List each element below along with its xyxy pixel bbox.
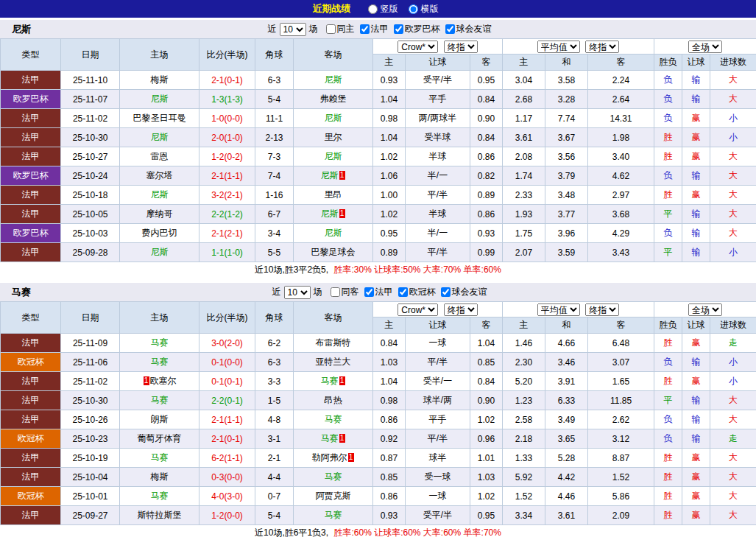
score-halftime[interactable]: 2-0(1-0)	[199, 128, 255, 147]
score-halftime[interactable]: 1-3(1-3)	[199, 90, 255, 109]
away-team-name[interactable]: 勒阿弗尔	[312, 452, 347, 463]
layout-radio-horizontal[interactable]: 横版	[409, 3, 439, 15]
asian-away-odds: 0.82	[470, 166, 503, 186]
league-checkbox[interactable]	[398, 287, 408, 297]
away-team-name[interactable]: 马赛	[321, 433, 339, 443]
home-team-name[interactable]: 欧塞尔	[150, 376, 177, 386]
col-score: 比分(半场)	[199, 39, 255, 71]
home-team-name[interactable]: 塞尔塔	[146, 170, 173, 180]
filter-league-3[interactable]: 球会友谊	[441, 286, 487, 298]
score-halftime[interactable]: 2-2(1-2)	[199, 205, 255, 224]
asian-home-odds: 0.86	[373, 410, 406, 429]
home-team-name[interactable]: 葡萄牙体育	[138, 433, 182, 443]
home-team-name[interactable]: 雷恩	[151, 151, 169, 161]
home-team-name[interactable]: 巴黎圣日耳曼	[133, 113, 186, 123]
home-team-name[interactable]: 朗斯	[151, 414, 169, 424]
league-checkbox[interactable]	[445, 24, 455, 34]
home-team-name[interactable]: 马赛	[151, 491, 169, 501]
euro-average-select[interactable]: 平均值	[537, 303, 580, 316]
score-halftime[interactable]: 0-1(0-0)	[199, 353, 255, 372]
result-winloss: 负	[654, 410, 682, 429]
home-team-name[interactable]: 尼斯	[151, 247, 169, 257]
bookmaker-select[interactable]: Crow*	[398, 41, 438, 53]
score-halftime[interactable]: 3-2(2-1)	[199, 186, 255, 205]
filter-same-venue[interactable]: 同客	[331, 286, 359, 298]
euro-average-select[interactable]: 平均值	[537, 41, 580, 53]
home-team-name[interactable]: 梅斯	[151, 471, 169, 482]
filter-league-1[interactable]: 法甲	[360, 23, 389, 35]
match-count-select[interactable]: 10	[280, 23, 306, 36]
score-halftime[interactable]: 2-1(1-1)	[199, 410, 255, 429]
home-team-name[interactable]: 马赛	[151, 452, 169, 463]
asian-odds-time-select[interactable]: 终指	[444, 41, 478, 53]
league-checkbox[interactable]	[394, 24, 403, 34]
home-team-name[interactable]: 马赛	[151, 337, 169, 348]
home-team-name[interactable]: 摩纳哥	[146, 208, 173, 219]
filter-league-1[interactable]: 法甲	[364, 286, 393, 298]
away-team-name[interactable]: 马赛	[325, 510, 342, 520]
away-team-name[interactable]: 马赛	[325, 471, 342, 482]
away-team-name[interactable]: 巴黎足球会	[311, 247, 356, 257]
away-team-name[interactable]: 尼斯	[325, 74, 342, 85]
league-checkbox[interactable]	[360, 24, 370, 34]
horizontal-radio[interactable]	[409, 4, 418, 14]
same-venue-checkbox[interactable]	[331, 287, 340, 297]
vertical-radio[interactable]	[368, 4, 378, 14]
score-halftime[interactable]: 3-0(2-0)	[199, 334, 255, 353]
away-team-name[interactable]: 尼斯	[321, 208, 339, 219]
score-halftime[interactable]: 1-2(0-2)	[199, 147, 255, 166]
score-halftime[interactable]: 0-1(0-1)	[199, 372, 255, 391]
bookmaker-select[interactable]: Crow*	[398, 303, 438, 316]
score-halftime[interactable]: 2-1(2-1)	[199, 224, 255, 243]
home-team-name[interactable]: 斯特拉斯堡	[138, 510, 182, 520]
home-team-name[interactable]: 马赛	[151, 357, 169, 367]
score-halftime[interactable]: 4-0(3-0)	[199, 487, 255, 506]
away-team-name[interactable]: 里尔	[325, 132, 342, 142]
games-label: 场	[314, 286, 322, 298]
away-team-name[interactable]: 昂热	[325, 395, 342, 405]
filter-league-3[interactable]: 球会友谊	[445, 23, 492, 35]
score-halftime[interactable]: 2-2(0-1)	[199, 391, 255, 410]
away-team-name[interactable]: 亚特兰大	[316, 357, 351, 367]
score-halftime[interactable]: 2-1(0-1)	[199, 71, 255, 90]
score-halftime[interactable]: 2-1(1-1)	[199, 166, 255, 186]
score-halftime[interactable]: 6-2(1-1)	[199, 449, 255, 468]
score-halftime[interactable]: 0-3(0-0)	[199, 468, 255, 487]
euro-odds-time-select[interactable]: 终指	[585, 41, 619, 53]
away-team-name[interactable]: 布雷斯特	[316, 337, 351, 348]
home-team-name[interactable]: 梅斯	[151, 74, 169, 85]
scope-select[interactable]: 全场	[688, 303, 722, 316]
home-team-name[interactable]: 尼斯	[151, 94, 169, 104]
league-checkbox[interactable]	[364, 287, 374, 297]
result-goals: 小	[710, 128, 756, 147]
away-team-name[interactable]: 尼斯	[325, 151, 342, 161]
away-team-name[interactable]: 里昂	[325, 189, 342, 200]
euro-odds-time-select[interactable]: 终指	[585, 303, 619, 316]
league-checkbox[interactable]	[441, 287, 451, 297]
home-team-name[interactable]: 费内巴切	[142, 228, 177, 238]
same-venue-checkbox[interactable]	[326, 24, 336, 34]
scope-select[interactable]: 全场	[688, 41, 722, 53]
filter-league-2[interactable]: 欧冠杯	[398, 286, 436, 298]
asian-odds-time-select[interactable]: 终指	[444, 303, 478, 316]
home-team-name[interactable]: 马赛	[151, 395, 169, 405]
home-team-name[interactable]: 尼斯	[151, 189, 169, 200]
score-halftime[interactable]: 1-2(0-0)	[199, 506, 255, 525]
away-team-name[interactable]: 尼斯	[321, 170, 339, 180]
layout-radio-vertical[interactable]: 竖版	[368, 3, 398, 15]
match-count-select[interactable]: 10	[284, 286, 311, 299]
score-halftime[interactable]: 1-1(1-0)	[199, 243, 255, 262]
score-halftime[interactable]: 2-1(0-1)	[199, 429, 255, 449]
away-team-name[interactable]: 阿贾克斯	[316, 491, 351, 501]
away-team-name[interactable]: 尼斯	[325, 228, 342, 238]
away-team-name[interactable]: 马赛	[321, 376, 339, 386]
filter-same-venue[interactable]: 同主	[326, 23, 355, 35]
away-team-name[interactable]: 尼斯	[325, 113, 342, 123]
score-halftime[interactable]: 1-0(0-0)	[199, 109, 255, 128]
result-handicap: 赢	[682, 109, 710, 128]
filter-league-2[interactable]: 欧罗巴杯	[394, 23, 440, 35]
away-team-name[interactable]: 弗赖堡	[320, 94, 347, 104]
away-team-name[interactable]: 马赛	[325, 414, 342, 424]
away-team-cell: 尼斯1	[294, 166, 373, 186]
home-team-name[interactable]: 尼斯	[151, 132, 169, 142]
